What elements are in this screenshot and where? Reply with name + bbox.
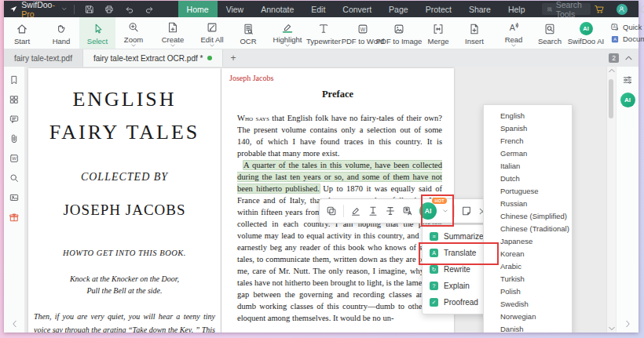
add-note-button[interactable]: [461, 205, 472, 216]
language-option[interactable]: Turkish: [484, 272, 572, 285]
redo-button[interactable]: [141, 5, 158, 14]
copy-button[interactable]: [326, 205, 337, 216]
language-option[interactable]: French: [484, 134, 572, 147]
language-option[interactable]: Arabic: [484, 260, 572, 272]
language-option[interactable]: Norwegian: [484, 310, 572, 322]
menu-item[interactable]: View: [218, 1, 253, 17]
poem-lines: Knock at the Knocker on the Door, Pull t…: [28, 273, 221, 296]
search-button[interactable]: Search: [532, 17, 568, 49]
main-area: W ENGLISH FAIRY TALES COLLECTED BY JOSEP…: [4, 67, 639, 333]
highlight-text-button[interactable]: [350, 205, 361, 216]
quick-translation-button[interactable]: A Quick Translation: [610, 23, 644, 32]
language-option[interactable]: Danish: [484, 322, 572, 333]
create-button[interactable]: Create: [155, 17, 191, 49]
underline-text-button[interactable]: [368, 205, 379, 216]
merge-button[interactable]: Merge: [420, 17, 456, 49]
start-button[interactable]: Start: [4, 17, 40, 49]
translate-selection-button[interactable]: [402, 205, 413, 216]
language-option[interactable]: German: [484, 147, 572, 159]
menu-item[interactable]: Page: [380, 1, 417, 17]
bookmark-icon: [9, 75, 20, 85]
menu-item[interactable]: Protect: [417, 1, 460, 17]
language-option[interactable]: Swedish: [484, 297, 572, 310]
language-option[interactable]: Chinese (Simplified): [484, 209, 572, 222]
svg-text:A: A: [613, 25, 617, 29]
scrollbar-thumb[interactable]: [609, 79, 613, 118]
hand-tool-button[interactable]: Hand: [43, 17, 79, 49]
attachments-panel-button[interactable]: [9, 133, 20, 144]
strikethrough-text-button[interactable]: [385, 205, 396, 216]
view-settings-button[interactable]: [622, 75, 633, 85]
highlight-button[interactable]: Highlight: [269, 17, 306, 49]
gift-promotion-button[interactable]: [9, 212, 20, 223]
select-tool-button[interactable]: Select: [79, 17, 115, 49]
ai-dropdown-caret-icon[interactable]: [443, 209, 448, 213]
translate-language-menu: English Spanish French German Italian Du…: [483, 104, 573, 333]
language-option[interactable]: Portuguese: [484, 184, 572, 197]
search-icon: [9, 173, 20, 184]
expand-right-panel-button[interactable]: [617, 320, 639, 328]
search-panel-button[interactable]: [9, 173, 20, 184]
chevron-down-icon: [170, 44, 175, 47]
svg-text:W: W: [12, 156, 16, 161]
menu-item[interactable]: Share: [460, 1, 499, 17]
thumbnails-panel-button[interactable]: [9, 94, 20, 105]
selection-toolbar: AI HOT: [319, 198, 494, 224]
tab-fairy-tale-extract-ocr[interactable]: fairy tale-text Extract OCR.pdf *: [83, 49, 224, 67]
menu-item[interactable]: Home: [178, 1, 218, 17]
save-button[interactable]: [82, 5, 97, 14]
print-button[interactable]: [101, 5, 117, 14]
language-option[interactable]: Italian: [484, 159, 572, 172]
language-option[interactable]: Polish: [484, 285, 572, 297]
annotations-panel-button[interactable]: [9, 114, 20, 125]
read-button[interactable]: A Read: [496, 17, 532, 49]
language-option[interactable]: English: [484, 109, 572, 122]
language-option[interactable]: Russian: [484, 197, 572, 209]
thumbnails-grid-icon: [9, 94, 20, 105]
ai-sidebar-button[interactable]: AI: [620, 93, 635, 107]
notifications-bell-button[interactable]: [636, 5, 644, 14]
zoom-tool-button[interactable]: Zoom: [115, 17, 152, 49]
bookmarks-panel-button[interactable]: [9, 75, 20, 85]
pdf-to-image-button[interactable]: PDF to Image: [381, 17, 417, 49]
menu-item[interactable]: Edit: [302, 1, 334, 17]
insert-button[interactable]: Insert: [456, 17, 492, 49]
scroll-up-button[interactable]: [607, 68, 616, 73]
menu-item[interactable]: Convert: [334, 1, 380, 17]
hand-icon: [55, 23, 68, 35]
tab-list-chevron-up-icon[interactable]: [625, 56, 632, 60]
vertical-scrollbar[interactable]: [606, 67, 616, 333]
ai-assistant-button[interactable]: AI HOT: [419, 202, 437, 220]
document-translation-button[interactable]: A Document Translation: [610, 35, 644, 44]
menu-item[interactable]: Annotate: [252, 1, 302, 17]
account-button[interactable]: [617, 4, 628, 15]
app-menu-caret-icon[interactable]: [62, 7, 67, 11]
undo-button[interactable]: [121, 5, 137, 14]
scroll-down-button[interactable]: [607, 326, 616, 331]
search-tools-box[interactable]: Search Tools: [542, 3, 591, 15]
store-cart-button[interactable]: [591, 4, 608, 14]
menu-item[interactable]: Help: [499, 1, 534, 17]
ocr-button[interactable]: OCR: [230, 17, 266, 49]
new-tab-button[interactable]: +: [223, 49, 243, 67]
tab-count-badge[interactable]: 2: [609, 53, 619, 63]
typewriter-button[interactable]: Typewriter: [306, 17, 342, 49]
ai-action-icon: ?: [430, 282, 438, 290]
pdf-to-image-icon: [393, 23, 405, 35]
language-option[interactable]: Spanish: [484, 122, 572, 134]
language-option[interactable]: Japanese: [484, 234, 572, 247]
svg-text:A: A: [510, 22, 516, 31]
collapse-left-panel-button[interactable]: [4, 320, 24, 328]
tab-fairy-tale-text[interactable]: fairy tale-text.pdf: [4, 49, 83, 67]
snapshot-panel-button[interactable]: [9, 192, 20, 203]
language-option[interactable]: Dutch: [484, 172, 572, 184]
word-export-panel-button[interactable]: W: [9, 153, 20, 164]
edit-all-button[interactable]: Edit All: [194, 17, 230, 49]
chevron-down-icon: [131, 44, 136, 47]
swifdoo-ai-button[interactable]: AI SwifDoo AI: [568, 17, 604, 49]
language-option[interactable]: Chinese (Traditional): [484, 222, 572, 234]
chevron-down-icon: [511, 44, 516, 47]
selection-toolbar-divider: [343, 205, 344, 217]
document-canvas[interactable]: ENGLISH FAIRY TALES COLLECTED BY JOSEPH …: [25, 67, 606, 333]
language-option[interactable]: Korean: [484, 247, 572, 260]
